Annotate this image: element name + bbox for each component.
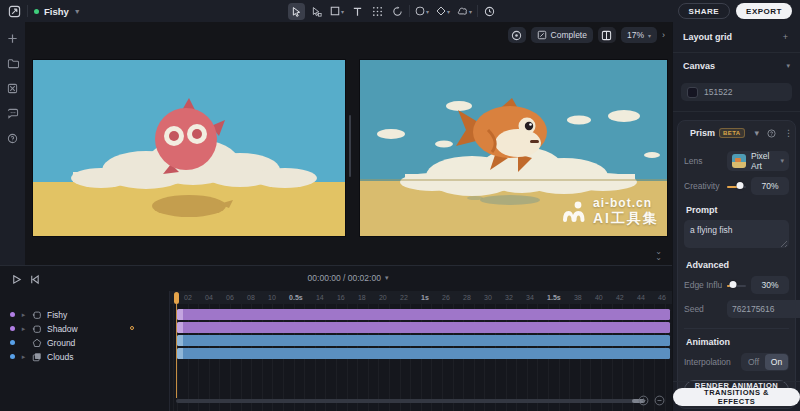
lens-value: Pixel Art [751, 151, 775, 171]
project-menu-button[interactable]: Fishy ▼ [34, 6, 81, 17]
frame-state-label: Complete [551, 30, 587, 40]
seed-label: Seed [684, 304, 722, 314]
diamond-shape-button[interactable]: ▾ [434, 3, 452, 20]
edge-influence-slider[interactable] [727, 280, 746, 290]
chevron-down-icon: ▾ [469, 8, 472, 15]
layer-row-clouds[interactable]: ▸ Clouds [0, 350, 170, 363]
layer-color-dot [10, 354, 15, 359]
canvas-color-hex: 151522 [704, 87, 732, 97]
timeline-zoom-out-button[interactable] [653, 394, 666, 407]
timeline-zoom-in-button[interactable] [637, 394, 650, 407]
tools-divider [409, 5, 410, 17]
interpolation-on-button[interactable]: On [765, 354, 788, 370]
seed-field[interactable] [727, 300, 800, 318]
assets-button[interactable] [5, 80, 21, 96]
select-tool-button[interactable] [288, 3, 305, 20]
track-bar-clouds[interactable] [177, 348, 670, 359]
direct-select-tool-button[interactable] [308, 3, 325, 20]
history-button[interactable] [481, 3, 498, 20]
add-button[interactable] [5, 30, 21, 46]
layer-row-fishy[interactable]: ▸ Fishy [0, 308, 170, 321]
onion-skin-button[interactable] [508, 27, 526, 43]
skip-to-start-button[interactable] [26, 271, 42, 287]
interpolation-row: Interpolation Off On [684, 353, 789, 371]
layer-row-ground[interactable]: Ground [0, 336, 170, 349]
transform-tool-button[interactable] [389, 3, 406, 20]
canvas-section-header[interactable]: Canvas ▾ [673, 53, 800, 79]
topbar: Fishy ▼ ▾ [0, 0, 800, 22]
prism-help-button[interactable] [765, 129, 778, 138]
columns-icon [601, 30, 612, 41]
layout-grid-title: Layout grid [683, 32, 732, 42]
seed-input[interactable] [732, 304, 800, 314]
canvas-color-field[interactable]: 151522 [681, 83, 792, 101]
playhead-handle[interactable] [174, 292, 179, 304]
creativity-slider[interactable] [727, 181, 746, 191]
export-button[interactable]: EXPORT [736, 3, 792, 19]
prism-menu-button[interactable]: ⋮ [782, 128, 795, 138]
ruler-tick: 46 [658, 294, 666, 301]
frames-icon [32, 324, 42, 334]
playhead-line [176, 304, 177, 398]
canvas-stage[interactable]: Complete 17% ▾ › [25, 22, 672, 265]
animation-frame-rendered[interactable]: ai-bot.cn AI工具集 [360, 60, 667, 236]
chevron-right-icon[interactable]: ▸ [20, 311, 27, 319]
layer-name: Ground [47, 338, 75, 348]
stage-vertical-scrollbar[interactable] [349, 115, 351, 177]
pixel-grid-tool-button[interactable] [369, 3, 386, 20]
add-layout-grid-button[interactable]: + [781, 32, 790, 42]
zoom-level-dropdown[interactable]: 17% ▾ [621, 27, 657, 43]
help-icon [7, 133, 18, 144]
keyframe-indicator[interactable] [130, 326, 134, 330]
collapse-timeline-button[interactable]: ⌄⌄ [655, 249, 662, 261]
track-area[interactable] [170, 304, 672, 411]
app-logo-icon[interactable] [8, 5, 21, 18]
rotate-icon [392, 6, 403, 17]
watermark-brand: ai-bot.cn [593, 197, 659, 210]
prism-panel: Prism BETA ▾ ⋮ Lens Pixel Art ▾ Creativi… [677, 120, 796, 409]
split-view-button[interactable] [598, 27, 616, 43]
blob-icon [457, 6, 468, 16]
transitions-footer: TRANSITIONS & EFFECTS [673, 381, 800, 411]
transitions-effects-button[interactable]: TRANSITIONS & EFFECTS [673, 388, 800, 406]
edge-influence-value[interactable]: 30% [751, 276, 789, 294]
watermark-tagline: AI工具集 [593, 211, 659, 226]
lens-dropdown[interactable]: Pixel Art ▾ [727, 151, 789, 171]
creativity-label: Creativity [684, 181, 722, 191]
tools-divider [477, 5, 478, 17]
frame-state-button[interactable]: Complete [531, 27, 593, 43]
help-button[interactable] [5, 130, 21, 146]
chevron-right-icon[interactable]: ▸ [20, 325, 27, 333]
layer-row-shadow[interactable]: ▸ Shadow [0, 322, 170, 335]
text-tool-button[interactable] [349, 3, 366, 20]
track-bar-ground[interactable] [177, 335, 670, 346]
prompt-label: Prompt [684, 205, 789, 215]
chevron-down-icon: ▾ [426, 8, 429, 15]
track-bar-fishy[interactable] [177, 309, 670, 320]
lens-thumbnail [732, 154, 746, 168]
interpolation-off-button[interactable]: Off [742, 354, 765, 370]
prism-collapse-button[interactable]: ▾ [753, 128, 762, 138]
advanced-label: Advanced [684, 260, 789, 270]
animation-frame-source[interactable] [33, 60, 345, 236]
share-button[interactable]: SHARE [678, 3, 731, 19]
timecode-display[interactable]: 00:00:00 / 00:02:00 ▾ [308, 273, 389, 283]
blob-shape-button[interactable]: ▾ [455, 3, 474, 20]
shape-library-button[interactable]: ▾ [413, 3, 431, 20]
ruler-tick: 26 [442, 294, 450, 301]
prompt-input[interactable]: a flying fish [684, 220, 789, 248]
chevron-right-icon[interactable]: ▸ [20, 353, 27, 361]
shape-tool-button[interactable]: ▾ [328, 3, 346, 20]
next-frame-button[interactable]: › [662, 30, 665, 40]
ruler-tick: 08 [247, 294, 255, 301]
play-button[interactable] [8, 271, 24, 287]
interpolation-toggle: Off On [741, 353, 789, 371]
ruler-tick: 14 [316, 294, 324, 301]
creativity-value[interactable]: 70% [751, 177, 789, 195]
seed-row: Seed [684, 300, 789, 318]
comments-button[interactable] [5, 105, 21, 121]
track-bar-shadow[interactable] [177, 322, 670, 333]
timeline-horizontal-scrollbar[interactable] [176, 399, 638, 403]
timeline-ruler[interactable]: 02040608100.5s14161820221s26283032341.5s… [170, 291, 672, 304]
files-button[interactable] [5, 55, 21, 71]
